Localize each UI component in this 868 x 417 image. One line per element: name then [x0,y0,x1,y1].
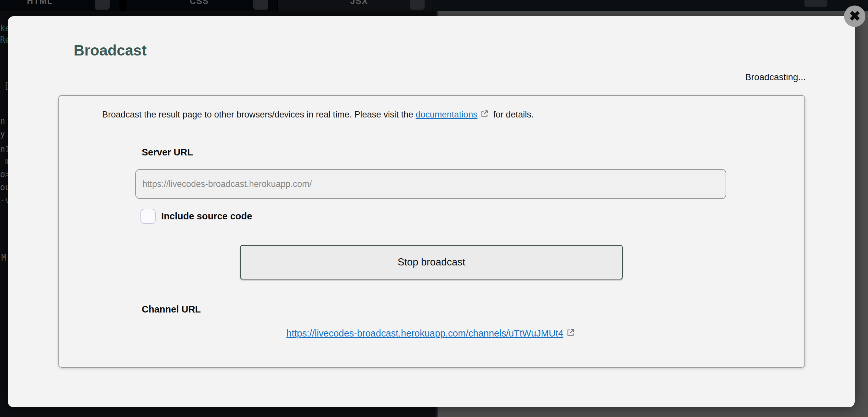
broadcast-modal: Broadcast Broadcasting... Broadcast the … [8,16,855,407]
code-fragment: y [0,129,5,139]
description-suffix: for details. [491,110,534,119]
copy-icon[interactable] [95,0,110,10]
server-url-input[interactable] [135,169,726,199]
server-url-label: Server URL [142,147,193,158]
modal-title: Broadcast [74,41,147,59]
close-icon: ✖ [849,9,860,23]
copy-icon[interactable] [253,0,268,10]
tab-jsx-label: JSX [350,0,368,6]
editor-tab-bar: HTML CSS JSX [0,0,868,11]
channel-url-label: Channel URL [142,304,201,315]
include-source-checkbox[interactable] [141,209,156,224]
screen: HTML CSS JSX ke Re [ n y n1 _m o> ou -v … [0,0,868,417]
tab-css[interactable]: CSS [126,0,277,11]
include-source-row: Include source code [141,209,252,224]
broadcast-description: Broadcast the result page to other brows… [102,109,534,120]
broadcast-form: Broadcast the result page to other brows… [58,95,805,368]
toolbar-button[interactable] [804,0,827,7]
stop-broadcast-button[interactable]: Stop broadcast [240,245,623,279]
tab-html-label: HTML [27,0,53,6]
documentations-link[interactable]: documentations [415,110,477,119]
tab-css-label: CSS [190,0,209,6]
tab-html[interactable]: HTML [0,0,119,11]
channel-url-link[interactable]: https://livecodes-broadcast.herokuapp.co… [286,328,563,338]
code-fragment: n [0,116,5,126]
external-link-icon [480,109,489,120]
copy-icon[interactable] [410,0,425,10]
external-link-icon [566,328,575,339]
tab-bar-spacer [432,0,868,11]
channel-url-row: https://livecodes-broadcast.herokuapp.co… [59,328,804,339]
tab-jsx[interactable]: JSX [278,0,432,11]
include-source-label: Include source code [161,211,252,221]
close-button[interactable]: ✖ [844,5,865,27]
broadcast-status: Broadcasting... [745,72,806,83]
description-prefix: Broadcast the result page to other brows… [102,110,415,119]
